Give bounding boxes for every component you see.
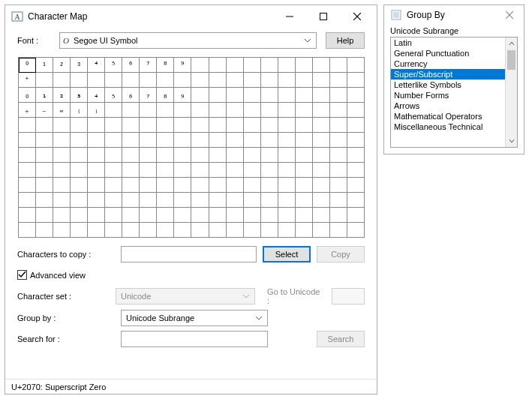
character-cell[interactable]: [88, 148, 105, 163]
close-button[interactable]: [498, 5, 521, 25]
character-cell[interactable]: ⁸: [157, 58, 174, 73]
character-cell[interactable]: ⁶: [122, 58, 140, 73]
character-cell[interactable]: ²: [53, 58, 71, 73]
scroll-up-icon[interactable]: [506, 38, 517, 50]
character-cell[interactable]: [312, 163, 329, 178]
character-cell[interactable]: [329, 163, 347, 178]
character-cell[interactable]: [140, 148, 157, 163]
character-cell[interactable]: [226, 223, 243, 238]
character-cell[interactable]: [174, 73, 191, 88]
character-cell[interactable]: [295, 178, 312, 193]
character-cell[interactable]: [191, 103, 209, 118]
character-cell[interactable]: [191, 58, 209, 73]
character-cell[interactable]: [329, 103, 347, 118]
character-cell[interactable]: [71, 148, 88, 163]
character-cell[interactable]: [174, 193, 191, 208]
character-cell[interactable]: [329, 88, 347, 103]
character-cell[interactable]: [347, 88, 364, 103]
character-cell[interactable]: [329, 58, 347, 73]
character-cell[interactable]: ⁺: [19, 73, 36, 88]
character-cell[interactable]: [88, 178, 105, 193]
character-cell[interactable]: [347, 118, 364, 133]
character-cell[interactable]: [122, 193, 140, 208]
character-cell[interactable]: [312, 223, 329, 238]
font-select[interactable]: O Segoe UI Symbol: [59, 32, 317, 49]
character-cell[interactable]: [295, 58, 312, 73]
character-cell[interactable]: [19, 148, 36, 163]
character-cell[interactable]: [329, 208, 347, 223]
character-cell[interactable]: [260, 58, 278, 73]
character-cell[interactable]: [209, 208, 226, 223]
character-cell[interactable]: [71, 178, 88, 193]
character-cell[interactable]: [36, 193, 53, 208]
character-cell[interactable]: [243, 163, 260, 178]
character-cell[interactable]: [278, 208, 295, 223]
character-cell[interactable]: [243, 88, 260, 103]
character-cell[interactable]: [157, 73, 174, 88]
character-cell[interactable]: [53, 223, 71, 238]
character-cell[interactable]: [209, 148, 226, 163]
character-cell[interactable]: [329, 223, 347, 238]
scroll-thumb[interactable]: [507, 50, 515, 70]
character-cell[interactable]: [36, 133, 53, 148]
character-cell[interactable]: [88, 133, 105, 148]
character-cell[interactable]: [88, 223, 105, 238]
titlebar[interactable]: A Character Map: [5, 5, 377, 28]
character-cell[interactable]: [260, 163, 278, 178]
character-cell[interactable]: [243, 118, 260, 133]
character-grid[interactable]: ⁰¹²³⁴⁵⁶⁷⁸⁹⁺₀₁₂₃₄₅₆₇₈₉₊₋₌₍₎: [18, 57, 365, 238]
character-cell[interactable]: [260, 148, 278, 163]
character-cell[interactable]: [140, 208, 157, 223]
scroll-down-icon[interactable]: [506, 135, 517, 147]
character-cell[interactable]: ⁰: [19, 58, 36, 73]
character-cell[interactable]: ₆: [122, 88, 140, 103]
character-cell[interactable]: [278, 148, 295, 163]
character-cell[interactable]: [278, 193, 295, 208]
character-cell[interactable]: [191, 148, 209, 163]
character-cell[interactable]: [105, 163, 122, 178]
character-cell[interactable]: [174, 118, 191, 133]
character-cell[interactable]: [260, 88, 278, 103]
character-cell[interactable]: [53, 163, 71, 178]
character-cell[interactable]: [226, 73, 243, 88]
character-cell[interactable]: [226, 103, 243, 118]
character-cell[interactable]: [105, 103, 122, 118]
character-cell[interactable]: [191, 178, 209, 193]
character-cell[interactable]: [295, 163, 312, 178]
character-cell[interactable]: [278, 73, 295, 88]
character-cell[interactable]: [174, 133, 191, 148]
characters-to-copy-input[interactable]: [121, 246, 257, 262]
character-cell[interactable]: [243, 133, 260, 148]
close-button[interactable]: [340, 5, 374, 28]
character-cell[interactable]: [312, 103, 329, 118]
character-cell[interactable]: [71, 133, 88, 148]
titlebar[interactable]: Group By: [384, 5, 524, 25]
character-cell[interactable]: [312, 148, 329, 163]
character-cell[interactable]: [209, 223, 226, 238]
character-cell[interactable]: [122, 178, 140, 193]
character-cell[interactable]: [105, 223, 122, 238]
character-cell[interactable]: [347, 178, 364, 193]
subrange-listbox[interactable]: LatinGeneral PunctuationCurrencySuper/Su…: [390, 37, 518, 148]
maximize-button[interactable]: [306, 5, 340, 28]
character-cell[interactable]: [243, 103, 260, 118]
character-cell[interactable]: [260, 193, 278, 208]
character-cell[interactable]: [347, 163, 364, 178]
character-cell[interactable]: [191, 193, 209, 208]
character-cell[interactable]: [157, 178, 174, 193]
character-cell[interactable]: [260, 73, 278, 88]
character-cell[interactable]: [71, 118, 88, 133]
character-cell[interactable]: [53, 118, 71, 133]
character-cell[interactable]: [88, 208, 105, 223]
character-cell[interactable]: [71, 223, 88, 238]
character-cell[interactable]: [209, 133, 226, 148]
character-cell[interactable]: [174, 148, 191, 163]
character-cell[interactable]: [140, 73, 157, 88]
scrollbar[interactable]: [505, 38, 517, 147]
character-cell[interactable]: [243, 178, 260, 193]
character-cell[interactable]: [243, 223, 260, 238]
character-cell[interactable]: [157, 133, 174, 148]
character-cell[interactable]: [209, 88, 226, 103]
copy-button[interactable]: Copy: [317, 246, 365, 262]
character-cell[interactable]: [88, 118, 105, 133]
